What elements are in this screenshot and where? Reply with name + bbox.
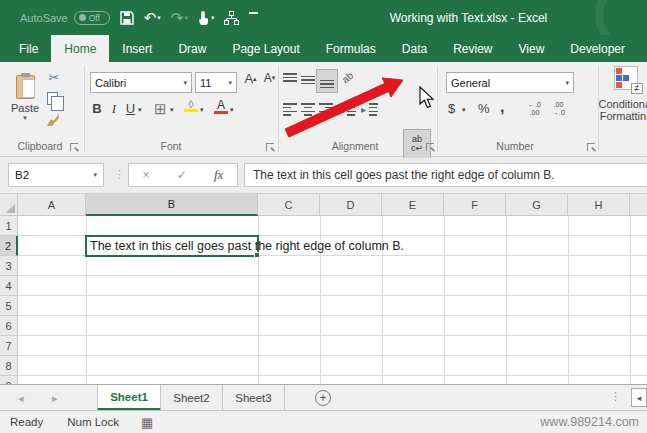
accounting-dropdown-icon[interactable]: ▾ (462, 106, 466, 114)
tab-splitter-icon[interactable]: ⋮ (610, 390, 621, 403)
tab-formulas[interactable]: Formulas (313, 35, 389, 62)
number-format-combo[interactable]: General ▾ (446, 72, 574, 93)
tab-draw[interactable]: Draw (165, 35, 219, 62)
italic-button[interactable]: I (108, 101, 120, 117)
macro-record-icon[interactable]: ▦ (141, 416, 153, 429)
formula-bar-splitter-icon[interactable]: ⋮ (114, 168, 125, 181)
percent-style-button[interactable]: % (478, 101, 490, 116)
font-name-combo[interactable]: Calibri ▾ (90, 72, 192, 93)
clipboard-dialog-launcher-icon[interactable] (70, 143, 78, 151)
column-header-f[interactable]: F (444, 194, 506, 216)
worksheet-grid[interactable]: A B C D E F G H 1 2 3 4 5 6 7 8 9 The te… (0, 194, 647, 384)
column-header-e[interactable]: E (382, 194, 444, 216)
column-header-g[interactable]: G (506, 194, 568, 216)
increase-font-size-button[interactable]: A▴ (242, 71, 259, 86)
number-dialog-launcher-icon[interactable] (587, 143, 595, 151)
cut-button[interactable]: ✂ (46, 69, 62, 85)
tab-file[interactable]: File (6, 35, 51, 62)
bold-button[interactable]: B (90, 101, 104, 116)
decrease-font-size-button[interactable]: A▾ (261, 71, 278, 85)
tab-data[interactable]: Data (389, 35, 440, 62)
row-header-8[interactable]: 8 (0, 356, 18, 376)
new-sheet-button[interactable]: + (315, 390, 331, 406)
decrease-indent-button[interactable]: ◂ (340, 103, 356, 116)
hscroll-left-button[interactable]: ◂ (631, 388, 647, 407)
sheet-tab-sheet2[interactable]: Sheet2 (161, 385, 223, 411)
align-center-button[interactable] (301, 103, 315, 116)
save-button[interactable] (120, 11, 134, 25)
paste-button[interactable]: Paste ▾ (8, 67, 42, 129)
tab-insert[interactable]: Insert (109, 35, 165, 62)
autosave-switch[interactable]: Off (74, 11, 110, 25)
undo-button[interactable]: ↶ ▾ (144, 10, 161, 25)
redo-button[interactable]: ↷ ▾ (171, 10, 188, 25)
tab-view[interactable]: View (506, 35, 558, 62)
sheet-nav-left-icon[interactable]: ◂ (18, 385, 24, 411)
row-header-5[interactable]: 5 (0, 296, 18, 316)
row-header-7[interactable]: 7 (0, 336, 18, 356)
sheet-tab-sheet1[interactable]: Sheet1 (97, 385, 161, 411)
row-header-4[interactable]: 4 (0, 276, 18, 296)
tab-developer[interactable]: Developer (557, 35, 638, 62)
bottom-align-button[interactable] (316, 69, 338, 93)
decrease-decimal-button[interactable]: .00 →.0 (552, 101, 565, 116)
tab-review[interactable]: Review (440, 35, 505, 62)
row-header-3[interactable]: 3 (0, 256, 18, 276)
title-bar: AutoSave Off ↶ ▾ ↷ ▾ (0, 0, 647, 35)
sheet-tab-sheet3[interactable]: Sheet3 (223, 385, 285, 411)
top-align-button[interactable] (283, 73, 297, 87)
column-header-d[interactable]: D (320, 194, 382, 216)
touch-mode-dropdown-icon[interactable]: ▾ (211, 14, 215, 21)
autosave-toggle[interactable]: AutoSave Off (20, 11, 110, 25)
column-header-b[interactable]: B (86, 194, 258, 216)
insert-function-icon[interactable]: fx (214, 167, 223, 183)
fill-handle[interactable] (254, 252, 260, 258)
align-right-button[interactable] (319, 103, 333, 116)
column-header-h[interactable]: H (568, 194, 630, 216)
tab-home[interactable]: Home (51, 35, 109, 62)
fill-color-button[interactable]: ◊ (184, 98, 198, 112)
name-box-dropdown-icon[interactable]: ▾ (93, 171, 97, 179)
increase-indent-button[interactable]: ▸ (362, 103, 378, 116)
fill-color-dropdown-icon[interactable]: ▾ (200, 106, 204, 114)
row-header-1[interactable]: 1 (0, 216, 18, 236)
align-left-button[interactable] (283, 103, 297, 116)
undo-dropdown-icon[interactable]: ▾ (157, 14, 161, 21)
alignment-dialog-launcher-icon[interactable] (426, 143, 434, 151)
font-size-combo[interactable]: 11 ▾ (195, 72, 237, 93)
conditional-formatting-button[interactable]: ≠ Conditional Formatting (606, 66, 646, 132)
tab-page-layout[interactable]: Page Layout (219, 35, 312, 62)
save-icon (120, 11, 134, 25)
cancel-icon[interactable]: × (143, 168, 150, 182)
accounting-format-button[interactable]: $ (448, 101, 455, 116)
borders-dropdown-icon[interactable]: ▾ (170, 106, 174, 114)
font-color-button[interactable]: A (214, 98, 228, 114)
sheet-nav-right-icon[interactable]: ▸ (52, 385, 58, 411)
formula-input[interactable]: The text in this cell goes past the righ… (244, 163, 647, 187)
select-all-corner[interactable] (0, 194, 18, 216)
underline-button[interactable]: U (124, 101, 137, 116)
column-header-a[interactable]: A (18, 194, 86, 216)
redo-dropdown-icon[interactable]: ▾ (184, 14, 188, 21)
row-header-9[interactable]: 9 (0, 376, 18, 384)
increase-decimal-button[interactable]: ←.0 .00 (528, 101, 541, 116)
column-header-c[interactable]: C (258, 194, 320, 216)
comma-style-button[interactable]: , (500, 98, 504, 116)
row-header-2[interactable]: 2 (0, 236, 18, 256)
borders-button[interactable]: ⊞ (154, 100, 167, 118)
name-box[interactable]: B2 ▾ (8, 163, 104, 187)
enter-icon[interactable]: ✓ (177, 168, 187, 182)
format-painter-button[interactable] (47, 114, 59, 126)
font-color-dropdown-icon[interactable]: ▾ (230, 106, 234, 114)
column-header-partial[interactable] (630, 194, 647, 216)
orientation-button[interactable]: ab (340, 70, 356, 86)
underline-dropdown-icon[interactable]: ▾ (138, 106, 142, 114)
customize-qat-button[interactable]: ▾ (249, 12, 258, 23)
row-header-6[interactable]: 6 (0, 316, 18, 336)
hierarchy-button[interactable] (224, 11, 239, 25)
font-dialog-launcher-icon[interactable] (266, 143, 274, 151)
paste-dropdown-icon[interactable]: ▾ (23, 114, 27, 122)
touch-mouse-mode-button[interactable]: ▾ (198, 10, 215, 25)
copy-button[interactable] (47, 92, 58, 105)
middle-align-button[interactable] (301, 73, 315, 87)
